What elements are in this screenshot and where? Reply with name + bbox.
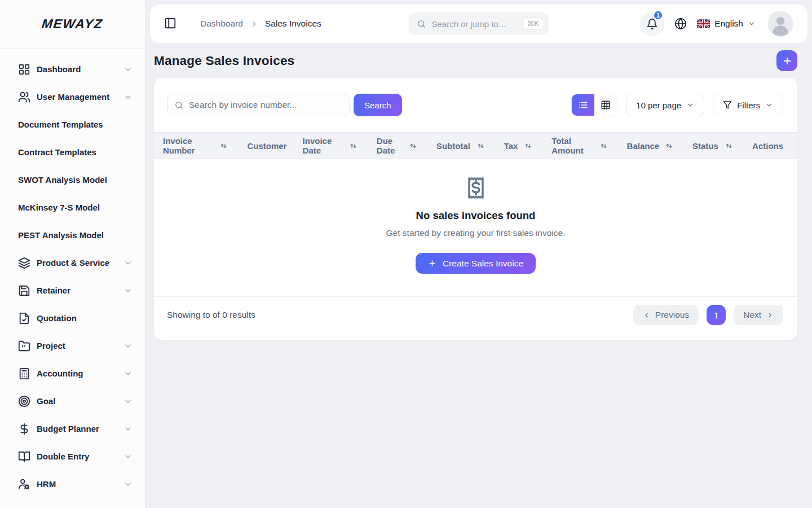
sidebar-item-label: PEST Analysis Model xyxy=(18,230,133,241)
topbar-right: 1 English xyxy=(549,11,793,36)
chevron-down-icon xyxy=(123,424,133,433)
column-header-actions: Actions xyxy=(743,133,797,159)
plus-icon xyxy=(428,259,436,268)
sidebar-item-user-management[interactable]: User Management xyxy=(0,83,145,111)
sidebar: MEWAYZ DashboardUser ManagementDocument … xyxy=(0,0,145,508)
column-header-subtotal[interactable]: Subtotal xyxy=(427,133,495,159)
logo-container: MEWAYZ xyxy=(0,0,145,49)
topbar-left: Dashboard Sales Invoices xyxy=(164,17,409,30)
chevron-left-icon xyxy=(643,312,650,319)
search-icon xyxy=(417,19,426,29)
search-icon xyxy=(174,100,184,110)
per-page-select[interactable]: 10 per page xyxy=(626,94,704,116)
global-search-input[interactable]: Search or jump to... ⌘K xyxy=(409,12,549,35)
column-label: Total Amount xyxy=(551,136,595,155)
grid-view-button[interactable] xyxy=(594,94,617,116)
sidebar-item-product-service[interactable]: Product & Service xyxy=(0,249,145,277)
page-1-button[interactable]: 1 xyxy=(707,305,726,325)
funnel-icon xyxy=(723,100,732,110)
column-header-due-date[interactable]: Due Date xyxy=(368,133,427,159)
sidebar-item-double-entry[interactable]: Double Entry xyxy=(0,443,145,470)
folder-icon xyxy=(18,340,30,352)
column-header-customer: Customer xyxy=(238,133,293,159)
column-header-invoice-number[interactable]: Invoice Number xyxy=(154,133,238,159)
layers-icon xyxy=(18,257,30,269)
previous-page-button[interactable]: Previous xyxy=(633,305,699,325)
sidebar-item-project[interactable]: Project xyxy=(0,332,145,360)
invoices-card: Search 10 per page xyxy=(154,78,797,340)
language-selector[interactable]: English xyxy=(697,19,756,29)
card-toolbar: Search 10 per page xyxy=(154,78,797,132)
add-invoice-button[interactable] xyxy=(776,50,797,71)
language-label: English xyxy=(714,19,743,29)
sidebar-item-budget-planner[interactable]: Budget Planner xyxy=(0,415,145,443)
sidebar-item-label: HRM xyxy=(37,479,119,490)
breadcrumb-dashboard[interactable]: Dashboard xyxy=(200,19,243,29)
column-label: Due Date xyxy=(377,136,405,155)
globe-icon[interactable] xyxy=(674,17,687,30)
invoice-search-input[interactable] xyxy=(189,100,342,110)
column-header-balance[interactable]: Balance xyxy=(618,133,683,159)
sidebar-item-mckinsey-7-s-model[interactable]: McKinsey 7-S Model xyxy=(0,194,145,221)
sidebar-item-quotation[interactable]: Quotation xyxy=(0,304,145,332)
sidebar-item-label: Accounting xyxy=(37,368,119,379)
sidebar-item-hrm[interactable]: HRM xyxy=(0,470,145,498)
sort-icon xyxy=(409,142,417,150)
sidebar-item-retainer[interactable]: Retainer xyxy=(0,277,145,304)
column-label: Subtotal xyxy=(436,141,470,151)
column-label: Invoice Date xyxy=(303,136,346,155)
app-logo: MEWAYZ xyxy=(41,16,104,32)
column-header-tax[interactable]: Tax xyxy=(495,133,542,159)
sidebar-item-pest-analysis-model[interactable]: PEST Analysis Model xyxy=(0,221,145,249)
sidebar-item-dashboard[interactable]: Dashboard xyxy=(0,55,145,83)
save-icon xyxy=(18,284,30,297)
sidebar-item-label: Contract Templates xyxy=(18,147,133,158)
target-icon xyxy=(18,395,30,408)
main-area: Dashboard Sales Invoices Search or jump … xyxy=(145,0,812,508)
notifications-button[interactable]: 1 xyxy=(639,11,664,36)
sidebar-item-document-templates[interactable]: Document Templates xyxy=(0,111,145,138)
sidebar-item-label: User Management xyxy=(37,91,119,103)
filters-button[interactable]: Filters xyxy=(713,94,783,116)
column-label: Status xyxy=(692,141,718,151)
sidebar-item-label: Goal xyxy=(37,396,119,407)
chevron-down-icon xyxy=(123,65,133,74)
column-header-invoice-date[interactable]: Invoice Date xyxy=(294,133,368,159)
search-button[interactable]: Search xyxy=(354,94,402,116)
chevron-down-icon xyxy=(765,101,773,109)
sidebar-toggle-icon[interactable] xyxy=(164,17,178,30)
list-view-button[interactable] xyxy=(572,94,594,116)
column-header-total-amount[interactable]: Total Amount xyxy=(542,133,617,159)
list-icon xyxy=(578,100,588,110)
column-label: Invoice Number xyxy=(163,136,216,155)
uk-flag-icon xyxy=(697,19,710,28)
next-label: Next xyxy=(743,310,761,320)
chevron-down-icon xyxy=(123,341,133,351)
calculator-icon xyxy=(18,367,30,380)
sidebar-item-label: Double Entry xyxy=(37,451,119,462)
sidebar-item-goal[interactable]: Goal xyxy=(0,387,145,415)
sidebar-item-contract-templates[interactable]: Contract Templates xyxy=(0,138,145,166)
results-summary: Showing to of 0 results xyxy=(167,310,255,320)
column-header-status[interactable]: Status xyxy=(683,133,743,159)
table-header-row: Invoice NumberCustomerInvoice DateDue Da… xyxy=(154,132,797,159)
sidebar-item-swot-analysis-model[interactable]: SWOT Analysis Model xyxy=(0,166,145,194)
create-sales-invoice-button[interactable]: Create Sales Invoice xyxy=(416,253,536,274)
sort-icon xyxy=(219,142,228,150)
global-search-placeholder: Search or jump to... xyxy=(432,19,523,29)
next-page-button[interactable]: Next xyxy=(734,305,783,325)
user-avatar[interactable] xyxy=(768,11,793,36)
chevron-down-icon xyxy=(123,480,133,489)
column-label: Balance xyxy=(627,141,660,151)
toolbar-left: Search xyxy=(167,94,402,116)
invoice-search-field xyxy=(167,94,350,116)
chevron-down-icon xyxy=(123,259,133,268)
sidebar-item-accounting[interactable]: Accounting xyxy=(0,360,145,387)
chevron-down-icon xyxy=(123,452,133,461)
sort-icon xyxy=(725,142,733,150)
sort-icon xyxy=(665,142,673,150)
breadcrumb: Dashboard Sales Invoices xyxy=(200,19,321,29)
sort-icon xyxy=(349,142,358,150)
user-gear-icon xyxy=(18,478,30,491)
table-grid-icon xyxy=(601,100,611,110)
